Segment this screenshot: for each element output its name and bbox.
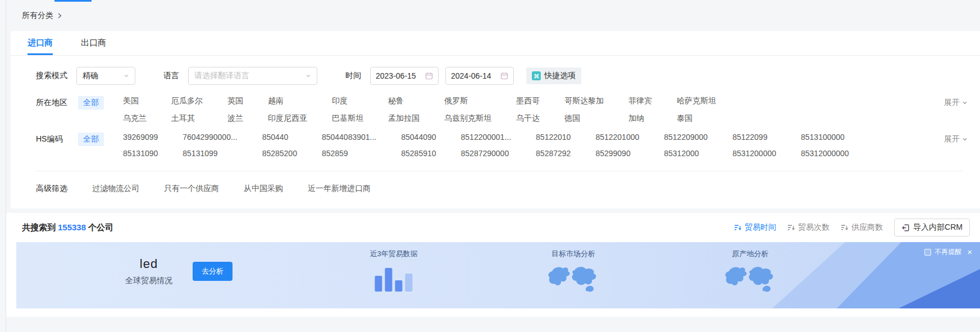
sort-icon [787,224,795,231]
hs-all-chip[interactable]: 全部 [78,133,104,146]
calendar-icon [425,72,433,80]
region-item[interactable]: 秘鲁 [388,96,420,106]
sort-supplier-count[interactable]: 供应商数 [841,222,883,233]
region-all-chip[interactable]: 全部 [78,96,104,110]
hs-item[interactable]: 85285200 [262,149,297,158]
hs-filter-row: HS编码 全部 3926909985131090 76042990000...8… [11,125,980,161]
hs-item[interactable]: 85131090 [123,149,158,158]
region-item[interactable]: 墨西哥 [516,96,540,106]
region-item[interactable]: 乌干达 [516,113,540,124]
hs-item[interactable]: 8531200000 [732,149,776,158]
hs-expand-label: 展开 [944,134,960,144]
quick-options-button[interactable]: 快捷选项 [526,67,581,84]
hs-item[interactable]: 85044090 [401,133,436,142]
region-filter-row: 所在地区 全部 美国乌克兰 厄瓜多尔土耳其 英国波兰 越南印度尼西亚 印度巴基斯… [11,88,980,125]
region-item[interactable]: 乌克兰 [123,113,147,124]
hs-expand-button[interactable]: 展开 [944,134,968,144]
hs-item[interactable]: 85312000000 [801,149,849,158]
banner-subtitle: 全球贸易情况 [125,276,172,286]
chevron-down-icon [962,137,968,142]
results-section: 共搜索到155338个公司 贸易时间 贸易次数 供应商数 [6,213,980,317]
region-item[interactable]: 美国 [123,96,147,106]
banner-keyword: led [125,257,172,271]
region-item[interactable]: 哥斯达黎加 [564,96,604,106]
tab-importer[interactable]: 进口商 [28,31,53,55]
hs-item[interactable]: 76042990000... [183,133,237,142]
feature-target-market[interactable]: 目标市场分析 [546,249,600,294]
search-mode-label: 搜索模式 [36,71,67,81]
hs-item[interactable]: 852859 [322,149,376,158]
region-item[interactable]: 越南 [268,96,307,106]
region-item[interactable]: 泰国 [677,113,716,124]
date-end-input[interactable]: 2024-06-14 [445,67,514,85]
region-item[interactable]: 土耳其 [171,113,203,124]
sort-trade-time[interactable]: 贸易时间 [734,222,776,233]
import-crm-button[interactable]: 导入内部CRM [894,219,970,237]
hs-item[interactable]: 85122099 [732,133,776,142]
feature-origin-analysis[interactable]: 原产地分析 [723,249,777,294]
region-item[interactable]: 英国 [227,96,243,106]
tabs-row: 进口商 出口商 [11,31,980,56]
search-form-row: 搜索模式 精确 语言 请选择翻译语言 时间 2023-06-15 2024-06… [11,56,980,88]
region-item[interactable]: 波兰 [227,113,243,124]
region-expand-button[interactable]: 展开 [944,98,968,108]
close-icon[interactable]: × [967,248,972,256]
date-start-value: 2023-06-15 [376,71,416,80]
hs-item[interactable]: 85312000 [664,149,708,158]
feature-trade-data-label: 近3年贸易数据 [370,249,417,259]
analysis-banner: led 全球贸易情况 去分析 近3年贸易数据 目标市场分析 [16,242,980,308]
chevron-down-icon [962,100,968,106]
search-mode-select[interactable]: 精确 [76,67,135,85]
hs-item[interactable]: 85287292 [536,149,571,158]
region-item[interactable]: 哈萨克斯坦 [677,96,716,106]
chevron-down-icon [124,73,129,79]
analyze-button[interactable]: 去分析 [193,262,233,281]
import-icon [901,224,910,232]
command-icon [532,71,541,80]
hs-item[interactable]: 8512209000 [664,133,708,142]
advanced-option-logistics[interactable]: 过滤物流公司 [92,184,139,194]
language-select[interactable]: 请选择翻译语言 [188,67,317,85]
region-label: 所在地区 [36,98,67,108]
hs-item[interactable]: 8512201000 [595,133,639,142]
hs-item[interactable]: 8513100000 [801,133,849,142]
hs-item[interactable]: 85299090 [595,149,639,158]
region-item[interactable]: 俄罗斯 [444,96,491,106]
advanced-option-single-supplier[interactable]: 只有一个供应商 [164,184,219,194]
sort-trade-count[interactable]: 贸易次数 [787,222,829,233]
region-item[interactable]: 德国 [564,113,604,124]
hs-item[interactable]: 85131099 [183,149,237,158]
region-item[interactable]: 巴基斯坦 [332,113,363,124]
breadcrumb[interactable]: 所有分类 [22,11,62,21]
region-item[interactable]: 加纳 [628,113,652,124]
results-number[interactable]: 155338 [58,222,86,232]
region-item[interactable]: 孟加拉国 [388,113,420,124]
hs-item[interactable]: 85122010 [536,133,571,142]
region-expand-label: 展开 [944,98,960,108]
hs-item[interactable]: 8512200001... [461,133,512,142]
region-item[interactable]: 乌兹别克斯坦 [444,113,491,124]
hs-item[interactable]: 85285910 [401,149,436,158]
dismiss-checkbox[interactable] [924,249,931,256]
date-start-input[interactable]: 2023-06-15 [370,67,439,85]
hs-item[interactable]: 85044083901... [322,133,376,142]
banner-keyword-block: led 全球贸易情况 去分析 [125,257,233,286]
region-item[interactable]: 菲律宾 [628,96,652,106]
advanced-option-new-importers[interactable]: 近一年新增进口商 [308,184,371,194]
sort-icon [734,224,742,231]
tab-importer-label: 进口商 [28,38,53,48]
region-item[interactable]: 印度尼西亚 [268,113,307,124]
hs-item[interactable]: 39269099 [123,133,158,142]
region-item[interactable]: 印度 [332,96,363,106]
calendar-icon [500,72,508,80]
results-header: 共搜索到155338个公司 贸易时间 贸易次数 供应商数 [6,213,980,242]
hs-values: 3926909985131090 76042990000...85131099 … [123,133,946,158]
region-item[interactable]: 厄瓜多尔 [171,96,203,106]
feature-trade-data[interactable]: 近3年贸易数据 [370,249,417,292]
hs-item[interactable]: 850440 [262,133,297,142]
hs-item[interactable]: 85287290000 [461,149,512,158]
world-map-icon [546,265,600,294]
tab-exporter-label: 出口商 [81,38,106,48]
advanced-option-from-china[interactable]: 从中国采购 [244,184,283,194]
tab-exporter[interactable]: 出口商 [81,31,106,55]
